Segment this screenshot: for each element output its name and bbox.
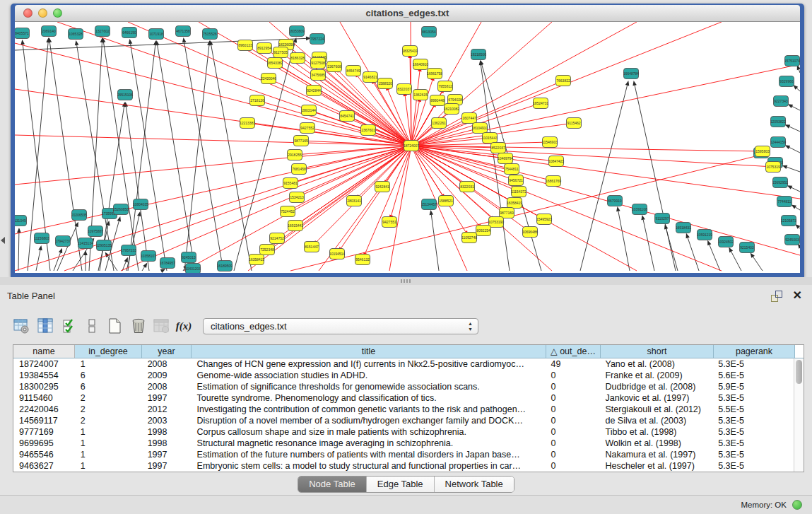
- cell-pagerank[interactable]: 5.6E-5: [712, 370, 794, 381]
- graph-node[interactable]: 1362615: [413, 90, 428, 100]
- cell-pagerank[interactable]: 5.9E-5: [712, 381, 794, 392]
- graph-node[interactable]: 10391108: [632, 204, 647, 215]
- cell-name[interactable]: 22420046: [13, 404, 75, 415]
- cell-name[interactable]: 18300295: [13, 381, 75, 392]
- graph-node[interactable]: 10431203: [185, 264, 201, 274]
- graph-node[interactable]: 1588520: [378, 78, 393, 89]
- graph-node[interactable]: 16543382: [267, 58, 283, 69]
- graph-node[interactable]: 15692951: [772, 177, 788, 188]
- table-row[interactable]: 946554611997Estimation of the future num…: [13, 449, 794, 460]
- graph-node[interactable]: 2367601: [361, 125, 376, 136]
- graph-node[interactable]: 16861769: [546, 176, 561, 187]
- cell-year[interactable]: 1998: [142, 426, 192, 438]
- graph-node[interactable]: 16104910: [472, 123, 488, 134]
- cell-name[interactable]: 18724007: [13, 358, 75, 370]
- column-header-year[interactable]: year: [142, 345, 192, 358]
- cell-in_degree[interactable]: 1: [75, 358, 142, 370]
- table-vertical-scrollbar[interactable]: [794, 358, 804, 472]
- cell-name[interactable]: 9777169: [13, 426, 75, 438]
- cell-out_de[interactable]: 0: [546, 392, 600, 404]
- cell-name[interactable]: 19384554: [13, 370, 75, 381]
- cell-out_de[interactable]: 0: [546, 404, 600, 415]
- cell-out_de[interactable]: 0: [546, 460, 600, 472]
- graph-node[interactable]: 9227343: [774, 96, 789, 107]
- graph-node[interactable]: 1071918: [149, 29, 164, 40]
- graph-node[interactable]: 10847423: [548, 156, 564, 167]
- cell-pagerank[interactable]: 5.3E-5: [712, 392, 794, 404]
- graph-node[interactable]: 22420046: [261, 74, 276, 84]
- float-panel-icon[interactable]: [771, 291, 782, 302]
- graph-node[interactable]: 16210082: [444, 104, 459, 115]
- graph-node[interactable]: 8960123: [238, 40, 253, 51]
- graph-node[interactable]: 8679919: [608, 196, 623, 206]
- cell-out_de[interactable]: 0: [546, 438, 600, 449]
- table-row[interactable]: 946362711997Embryonic stem cells: a mode…: [13, 460, 794, 472]
- delete-column-icon[interactable]: [129, 316, 148, 336]
- cell-out_de[interactable]: 0: [546, 370, 600, 381]
- column-header-out_de[interactable]: △ out_de…: [546, 345, 601, 358]
- graph-node[interactable]: 8454749: [346, 66, 361, 76]
- cell-short[interactable]: Dudbridge et al. (2008): [599, 381, 712, 392]
- cell-title[interactable]: Tourette syndrome. Phenomenology and cla…: [192, 392, 546, 404]
- graph-node[interactable]: 10975887: [88, 226, 103, 237]
- graph-node[interactable]: 9115462: [567, 118, 582, 129]
- cell-year[interactable]: 2009: [142, 370, 192, 381]
- table-row[interactable]: 1872400712008Changes of HCN gene express…: [13, 358, 794, 370]
- graph-node[interactable]: 2718126: [250, 95, 265, 106]
- graph-node[interactable]: 9215403: [740, 243, 755, 253]
- graph-node[interactable]: 9127508: [311, 58, 326, 69]
- graph-node[interactable]: 9877165: [294, 136, 309, 146]
- graph-node[interactable]: 12905135: [96, 240, 112, 251]
- cell-name[interactable]: 9115460: [13, 392, 75, 404]
- graph-node[interactable]: 16053809: [289, 26, 305, 37]
- cell-short[interactable]: Hescheler et al. (1997): [599, 460, 712, 472]
- cell-year[interactable]: 2008: [142, 381, 192, 392]
- cell-pagerank[interactable]: 5.3E-5: [712, 438, 794, 449]
- cell-pagerank[interactable]: 5.3E-5: [712, 426, 794, 438]
- close-panel-icon[interactable]: ✕: [793, 289, 802, 302]
- graph-node[interactable]: 2803144: [302, 105, 317, 116]
- cell-pagerank[interactable]: 5.5E-5: [712, 404, 794, 415]
- cell-year[interactable]: 2012: [142, 404, 192, 415]
- cell-short[interactable]: Yano et al. (2008): [599, 358, 712, 370]
- column-header-title[interactable]: title: [192, 345, 546, 358]
- cell-short[interactable]: Stergiakouli et al. (2012): [599, 404, 712, 415]
- cell-out_de[interactable]: 0: [546, 449, 600, 460]
- graph-node[interactable]: 1327602: [95, 26, 110, 37]
- graph-node[interactable]: 12213383: [240, 118, 255, 129]
- graph-node[interactable]: 7957224: [310, 34, 325, 45]
- graph-node[interactable]: 11546903: [542, 137, 558, 148]
- graph-node[interactable]: 9110297: [655, 214, 670, 224]
- graph-node[interactable]: 8151447: [305, 242, 319, 252]
- cell-out_de[interactable]: 49: [546, 358, 600, 370]
- table-row[interactable]: 911546021997Tourette syndrome. Phenomeno…: [13, 392, 794, 404]
- cell-pagerank[interactable]: 5.3E-5: [712, 460, 794, 472]
- graph-node[interactable]: 10804035: [133, 199, 148, 210]
- graph-node[interactable]: 18524731: [533, 98, 548, 109]
- graph-node[interactable]: 16358415: [249, 255, 264, 265]
- graph-node[interactable]: 2803141: [347, 196, 362, 206]
- graph-node[interactable]: 16784957: [160, 258, 175, 269]
- graph-node[interactable]: 8522037: [491, 143, 506, 153]
- cell-title[interactable]: Genome-wide association studies in ADHD.: [192, 370, 546, 381]
- cell-pagerank[interactable]: 5.3E-5: [712, 449, 794, 460]
- graph-node[interactable]: 8322037: [397, 84, 412, 95]
- graph-node[interactable]: 16918431: [676, 223, 691, 233]
- graph-node[interactable]: 15134457: [421, 199, 437, 210]
- graph-node[interactable]: 7252348: [260, 245, 275, 255]
- cell-in_degree[interactable]: 6: [75, 370, 142, 381]
- graph-node[interactable]: 16189509: [217, 261, 233, 271]
- table-selector-dropdown[interactable]: citations_edges.txt ▲▼: [203, 318, 478, 334]
- network-canvas[interactable]: 1872400784055712069140106532813276026466…: [15, 22, 800, 273]
- function-builder-icon[interactable]: f(x): [174, 316, 194, 336]
- graph-node[interactable]: 2367608: [327, 62, 342, 72]
- column-header-name[interactable]: name: [13, 345, 75, 358]
- table-row[interactable]: 1456911722003Disruption of a novel membe…: [13, 415, 794, 426]
- graph-node[interactable]: 9427551: [382, 217, 397, 228]
- cell-in_degree[interactable]: 2: [75, 392, 142, 404]
- cell-out_de[interactable]: 0: [546, 381, 600, 392]
- cell-title[interactable]: Estimation of the future numbers of pati…: [192, 449, 546, 460]
- graph-node[interactable]: 11092748: [461, 233, 477, 243]
- graph-node[interactable]: 26515106: [117, 90, 133, 100]
- cell-name[interactable]: 14569117: [13, 415, 75, 426]
